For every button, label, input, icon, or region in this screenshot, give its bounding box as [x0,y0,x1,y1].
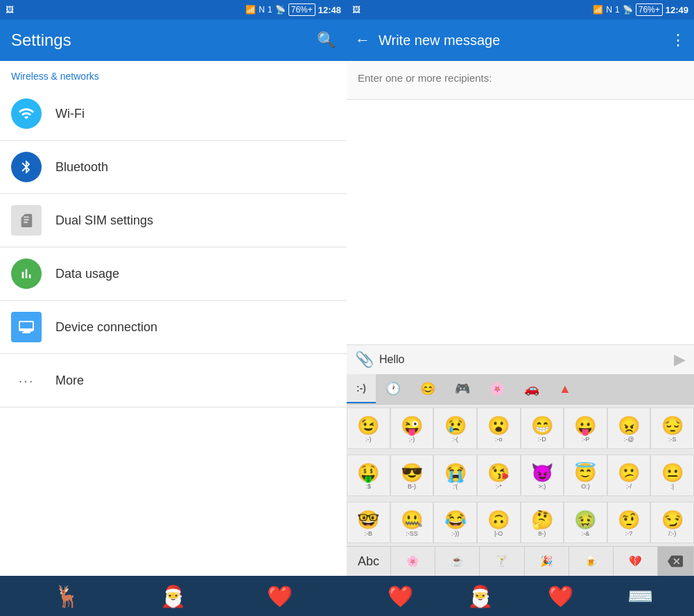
message-panel: 🖼 📶 N 1 📡 76%+ 12:49 ← Write new message… [347,0,694,616]
emoji-yawn[interactable]: 🙃|-O [477,502,521,543]
settings-item-data[interactable]: Data usage [0,247,347,301]
emoji-tab-flower[interactable]: 🌸 [480,374,514,403]
nav-reindeer[interactable]: 🦌 [54,584,80,608]
gallery-icon: 🖼 [6,5,14,15]
emoji-grin[interactable]: 😁:-D [521,407,564,449]
emoji-surprised[interactable]: 😮:-o [477,407,521,449]
emoji-skeptical[interactable]: 😕:-/ [607,455,651,496]
time-right: 12:49 [666,5,688,15]
emoji-tongue-wink[interactable]: 😜;-) [390,407,434,449]
right-nav-heart[interactable]: ❤️ [388,584,413,608]
settings-item-device[interactable]: Device connection [0,301,347,354]
emoji-grid-row1: 😉:-) 😜;-) 😢:-( 😮:-o 😁:-D 😛:-P 😠:-@ 😔:-S [347,405,694,452]
left-status-icons: 🖼 [6,5,14,15]
party-key[interactable]: 🎉 [525,547,569,576]
emoji-tab-triangle[interactable]: ▲ [549,374,581,403]
more-label: More [55,373,84,388]
emoji-angel[interactable]: 😇O:) [564,455,607,496]
battery-right: 76%+ [636,3,663,16]
emoji-smirk[interactable]: 😏/:-) [650,502,694,543]
broken-heart-key[interactable]: 💔 [614,547,658,576]
right-status-bar: 🖼 📶 N 1 📡 76%+ 12:49 [347,0,694,19]
coffee-key[interactable]: ☕ [435,547,480,576]
abc-key[interactable]: Abc [347,547,391,576]
message-input[interactable] [379,353,668,366]
emoji-moneymouth[interactable]: 🤑:$ [347,455,390,496]
beer-key[interactable]: 🍺 [569,547,614,576]
settings-list: Wireless & networks Wi-Fi Bluetooth [0,61,347,576]
emoji-laughing[interactable]: 😂:-)) [433,502,477,543]
emoji-think[interactable]: 🤔8-) [521,502,564,543]
emoji-kiss[interactable]: 😘:-* [477,455,521,496]
emoji-tab-recent[interactable]: 🕐 [376,374,410,403]
signal-status-right: 📡 [623,5,633,15]
nfc-status-right: N [606,5,612,15]
nav-heart[interactable]: ❤️ [267,584,293,608]
settings-item-more[interactable]: ··· More [0,354,347,407]
emoji-crying[interactable]: 😭:'( [433,455,477,496]
emoji-wink[interactable]: 😉:-) [347,407,390,449]
emoji-question[interactable]: 🤨:-? [607,502,651,543]
settings-item-sim[interactable]: Dual SIM settings [0,194,347,247]
search-icon[interactable]: 🔍 [317,31,336,49]
cocktail-key[interactable]: 🍸 [480,547,524,576]
emoji-sunglasses[interactable]: 😎B-) [390,455,434,496]
settings-item-bluetooth[interactable]: Bluetooth [0,141,347,194]
sim-status-icon: 1 [268,5,272,15]
more-options-icon[interactable]: ⋮ [670,31,686,49]
emoji-tongue[interactable]: 😛:-P [564,407,607,449]
attach-icon[interactable]: 📎 [355,351,374,369]
wifi-status-right: 📶 [593,5,603,15]
settings-panel: 🖼 📶 N 1 📡 76%+ 12:48 Settings 🔍 Wireless… [0,0,347,616]
recipients-area: Enter one or more recipients: [347,61,694,100]
emoji-tab-game[interactable]: 🎮 [445,374,480,403]
flower-tab-icon: 🌸 [489,381,505,396]
emoji-confused[interactable]: 😔:-S [650,407,694,449]
gallery-icon-right: 🖼 [352,5,361,15]
emoji-sad[interactable]: 😢:-( [433,407,477,449]
emoji-zipped[interactable]: 🤐:-SS [390,502,434,543]
emoji-tab-face[interactable]: 😊 [410,374,445,403]
emoji-grid-row2: 🤑:$ 😎B-) 😭:'( 😘:-* 😈>:) 😇O:) 😕:-/ 😐:| [347,452,694,499]
right-status-icons: 🖼 [352,5,361,15]
emoji-nerd[interactable]: 🤓:-B [347,502,390,543]
settings-title: Settings [11,30,317,50]
battery-left: 76%+ [288,3,315,16]
bluetooth-icon [11,152,42,182]
nav-santa[interactable]: 🎅 [160,584,186,608]
smiley-tab-label: :-) [356,382,366,394]
emoji-devil[interactable]: 😈>:) [521,455,564,496]
back-icon[interactable]: ← [355,31,370,49]
device-icon [11,312,42,342]
right-bottom-nav: ❤️ 🎅 ❤️ ⌨️ [347,576,694,616]
settings-top-bar: Settings 🔍 [0,19,347,61]
emoji-tab-car[interactable]: 🚗 [514,374,549,403]
time-left: 12:48 [318,5,341,15]
emoji-keyboard: :-) 🕐 😊 🎮 🌸 🚗 ▲ 😉:-) 😜;-) [347,374,694,576]
emoji-tab-smiley[interactable]: :-) [347,374,376,403]
device-label: Device connection [55,320,157,335]
flower-key[interactable]: 🌸 [391,547,435,576]
emoji-neutral[interactable]: 😐:| [650,455,694,496]
compose-area[interactable] [347,100,694,344]
bluetooth-label: Bluetooth [55,160,108,175]
right-nav-santa[interactable]: 🎅 [467,584,493,608]
face-tab-icon: 😊 [420,381,435,396]
wifi-status-icon: 📶 [245,5,256,15]
message-input-bar: 📎 ▶ [347,344,694,374]
send-icon[interactable]: ▶ [674,351,686,369]
right-nav-heart2[interactable]: ❤️ [548,584,573,608]
delete-key[interactable] [658,547,694,576]
emoji-sick[interactable]: 🤢:-& [564,502,607,543]
wifi-label: Wi-Fi [55,107,85,121]
right-nav-keyboard[interactable]: ⌨️ [627,584,653,608]
car-tab-icon: 🚗 [524,381,539,396]
emoji-angry[interactable]: 😠:-@ [607,407,651,449]
left-status-bar: 🖼 📶 N 1 📡 76%+ 12:48 [0,0,347,19]
sim-label: Dual SIM settings [55,213,153,228]
left-bottom-nav: 🦌 🎅 ❤️ [0,576,347,616]
settings-item-wifi[interactable]: Wi-Fi [0,87,347,141]
data-label: Data usage [55,267,119,281]
signal-status-icon: 📡 [275,5,286,15]
data-icon [11,258,42,289]
